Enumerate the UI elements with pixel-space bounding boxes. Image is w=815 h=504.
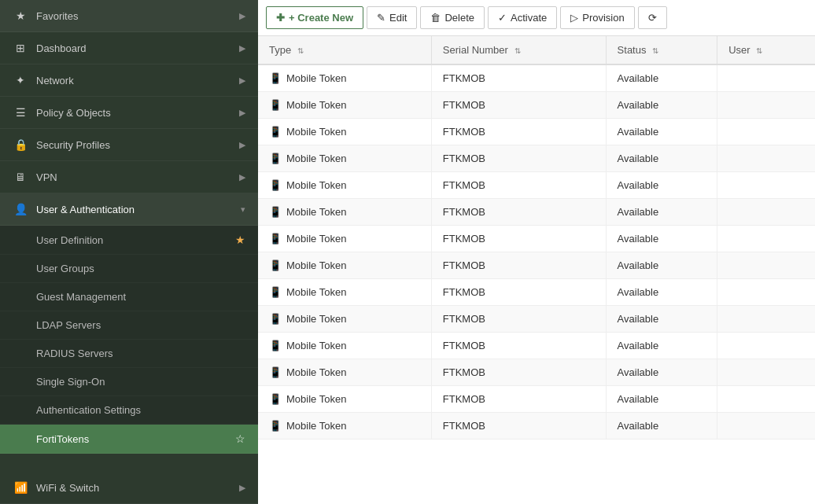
provision-button[interactable]: ▷ Provision bbox=[560, 6, 634, 29]
sort-icon: ⇅ bbox=[514, 46, 521, 55]
dashboard-icon: ⊞ bbox=[13, 42, 28, 54]
cell-serial: FTKMOB bbox=[431, 226, 606, 252]
cell-serial: FTKMOB bbox=[431, 92, 606, 119]
edit-button[interactable]: ✎ Edit bbox=[367, 6, 417, 29]
cell-type: 📱Mobile Token bbox=[258, 386, 431, 413]
sidebar-item-wifi-switch[interactable]: 📶 WiFi & Switch ▶ bbox=[0, 472, 258, 504]
delete-button[interactable]: 🗑 Delete bbox=[420, 6, 485, 29]
sidebar-item-network[interactable]: ✦ Network ▶ bbox=[0, 64, 258, 97]
cell-serial: FTKMOB bbox=[431, 252, 606, 279]
column-serial[interactable]: Serial Number ⇅ bbox=[431, 36, 606, 64]
create-new-button[interactable]: ✚ + Create New bbox=[266, 6, 363, 29]
cell-status: Available bbox=[606, 252, 717, 279]
cell-serial: FTKMOB bbox=[431, 306, 606, 333]
cell-type: 📱Mobile Token bbox=[258, 306, 431, 333]
cell-type: 📱Mobile Token bbox=[258, 92, 431, 119]
sidebar-item-ldap-servers[interactable]: LDAP Servers bbox=[0, 311, 258, 340]
sidebar-item-vpn[interactable]: 🖥 VPN ▶ bbox=[0, 161, 258, 193]
cell-serial: FTKMOB bbox=[431, 359, 606, 386]
table-row[interactable]: 📱Mobile TokenFTKMOBAvailable bbox=[258, 333, 815, 359]
table-row[interactable]: 📱Mobile TokenFTKMOBAvailable bbox=[258, 119, 815, 145]
mobile-token-icon: 📱 bbox=[269, 393, 282, 405]
cell-type: 📱Mobile Token bbox=[258, 64, 431, 92]
sidebar: ★ Favorites ▶ ⊞ Dashboard ▶ ✦ Network ▶ … bbox=[0, 0, 258, 504]
refresh-button[interactable]: ⟳ bbox=[638, 6, 667, 29]
sidebar-item-security-profiles[interactable]: 🔒 Security Profiles ▶ bbox=[0, 129, 258, 161]
cell-user bbox=[717, 119, 815, 145]
table-row[interactable]: 📱Mobile TokenFTKMOBAvailable bbox=[258, 279, 815, 306]
cell-user bbox=[717, 359, 815, 386]
sidebar-item-policy-objects[interactable]: ☰ Policy & Objects ▶ bbox=[0, 97, 258, 129]
cell-status: Available bbox=[606, 172, 717, 199]
sidebar-item-label: WiFi & Switch bbox=[36, 482, 239, 494]
table-row[interactable]: 📱Mobile TokenFTKMOBAvailable bbox=[258, 359, 815, 386]
sub-item-label: LDAP Servers bbox=[36, 319, 101, 331]
sidebar-item-user-groups[interactable]: User Groups bbox=[0, 255, 258, 283]
sidebar-item-user-auth[interactable]: 👤 User & Authentication ▾ bbox=[0, 193, 258, 226]
cell-user bbox=[717, 226, 815, 252]
sort-icon: ⇅ bbox=[756, 46, 762, 55]
cell-serial: FTKMOB bbox=[431, 64, 606, 92]
mobile-token-icon: 📱 bbox=[269, 420, 282, 432]
chevron-right-icon: ▶ bbox=[239, 75, 245, 86]
cell-serial: FTKMOB bbox=[431, 413, 606, 440]
mobile-token-icon: 📱 bbox=[269, 126, 282, 138]
table-row[interactable]: 📱Mobile TokenFTKMOBAvailable bbox=[258, 306, 815, 333]
activate-button[interactable]: ✓ Activate bbox=[488, 6, 557, 29]
cell-type: 📱Mobile Token bbox=[258, 226, 431, 252]
table-header-row: Type ⇅ Serial Number ⇅ Status ⇅ User ⇅ bbox=[258, 36, 815, 64]
sub-item-label: User Groups bbox=[36, 263, 94, 274]
sort-icon: ⇅ bbox=[297, 46, 304, 55]
trash-icon: 🗑 bbox=[430, 12, 441, 24]
mobile-token-icon: 📱 bbox=[269, 233, 282, 245]
cell-status: Available bbox=[606, 199, 717, 226]
table-row[interactable]: 📱Mobile TokenFTKMOBAvailable bbox=[258, 226, 815, 252]
cell-type: 📱Mobile Token bbox=[258, 333, 431, 359]
chevron-right-icon: ▶ bbox=[239, 108, 245, 118]
cell-serial: FTKMOB bbox=[431, 199, 606, 226]
cell-user bbox=[717, 333, 815, 359]
cell-serial: FTKMOB bbox=[431, 172, 606, 199]
sidebar-item-single-sign-on[interactable]: Single Sign-On bbox=[0, 368, 258, 396]
cell-user bbox=[717, 386, 815, 413]
cell-serial: FTKMOB bbox=[431, 119, 606, 145]
table-row[interactable]: 📱Mobile TokenFTKMOBAvailable bbox=[258, 252, 815, 279]
sidebar-item-label: VPN bbox=[36, 171, 239, 183]
column-type[interactable]: Type ⇅ bbox=[258, 36, 431, 64]
table-row[interactable]: 📱Mobile TokenFTKMOBAvailable bbox=[258, 199, 815, 226]
mobile-token-icon: 📱 bbox=[269, 153, 282, 164]
table-row[interactable]: 📱Mobile TokenFTKMOBAvailable bbox=[258, 145, 815, 172]
sidebar-item-fortitokens[interactable]: FortiTokens ☆ bbox=[0, 425, 258, 454]
refresh-icon: ⟳ bbox=[648, 12, 657, 24]
policy-icon: ☰ bbox=[13, 106, 28, 119]
cell-status: Available bbox=[606, 333, 717, 359]
table-row[interactable]: 📱Mobile TokenFTKMOBAvailable bbox=[258, 413, 815, 440]
sidebar-item-user-definition[interactable]: User Definition ★ bbox=[0, 226, 258, 255]
sidebar-item-guest-management[interactable]: Guest Management bbox=[0, 283, 258, 311]
sidebar-item-label: Dashboard bbox=[36, 42, 239, 54]
table-row[interactable]: 📱Mobile TokenFTKMOBAvailable bbox=[258, 386, 815, 413]
table-row[interactable]: 📱Mobile TokenFTKMOBAvailable bbox=[258, 64, 815, 92]
cell-status: Available bbox=[606, 92, 717, 119]
cell-status: Available bbox=[606, 226, 717, 252]
sidebar-item-favorites[interactable]: ★ Favorites ▶ bbox=[0, 0, 258, 32]
main-content: ✚ + Create New ✎ Edit 🗑 Delete ✓ Activat… bbox=[258, 0, 815, 504]
sidebar-item-label: Favorites bbox=[36, 10, 239, 22]
column-user[interactable]: User ⇅ bbox=[717, 36, 815, 64]
sidebar-item-radius-servers[interactable]: RADIUS Servers bbox=[0, 340, 258, 368]
mobile-token-icon: 📱 bbox=[269, 72, 282, 84]
cell-type: 📱Mobile Token bbox=[258, 172, 431, 199]
table-row[interactable]: 📱Mobile TokenFTKMOBAvailable bbox=[258, 92, 815, 119]
cell-user bbox=[717, 306, 815, 333]
cell-status: Available bbox=[606, 386, 717, 413]
sidebar-item-auth-settings[interactable]: Authentication Settings bbox=[0, 396, 258, 425]
table-row[interactable]: 📱Mobile TokenFTKMOBAvailable bbox=[258, 172, 815, 199]
cell-status: Available bbox=[606, 413, 717, 440]
cell-serial: FTKMOB bbox=[431, 279, 606, 306]
star-icon: ★ bbox=[235, 234, 245, 246]
chevron-right-icon: ▶ bbox=[239, 172, 245, 182]
cell-user bbox=[717, 279, 815, 306]
cell-serial: FTKMOB bbox=[431, 145, 606, 172]
sidebar-item-dashboard[interactable]: ⊞ Dashboard ▶ bbox=[0, 32, 258, 64]
column-status[interactable]: Status ⇅ bbox=[606, 36, 717, 64]
